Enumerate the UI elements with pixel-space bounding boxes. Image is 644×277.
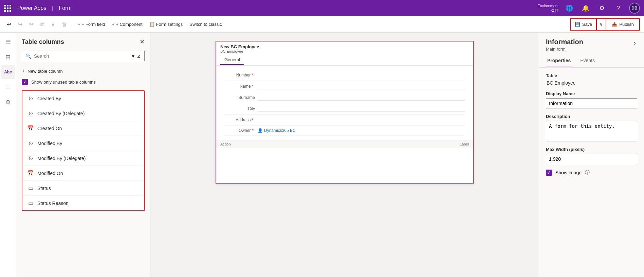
column-list: ⊙ Created By ⊙ Created By (Delegate) 📅 C… — [22, 90, 145, 211]
lookup-icon-3: ⊙ — [27, 140, 34, 146]
globe-icon[interactable]: 🌐 — [564, 3, 575, 14]
filter-funnel-icon: ⊿ — [137, 53, 141, 59]
column-item-created-by[interactable]: ⊙ Created By — [22, 91, 144, 106]
new-table-column-button[interactable]: + New table column — [22, 66, 145, 76]
field-row-surname: Surname — [224, 92, 465, 103]
save-icon: 💾 — [575, 22, 580, 27]
lookup-icon-2: ⊙ — [27, 110, 34, 117]
svg-rect-2 — [5, 88, 11, 88]
max-width-input[interactable] — [546, 154, 637, 164]
panel-header: Table columns ✕ — [22, 38, 145, 46]
save-button[interactable]: 💾 Save — [570, 18, 597, 31]
undo-icon: ↩ — [7, 21, 11, 28]
form-settings-button[interactable]: 📋 Form settings — [147, 18, 186, 31]
owner-person-icon: 👤 — [258, 128, 263, 133]
general-tab[interactable]: General — [220, 55, 244, 65]
add-form-field-button[interactable]: + + Form field — [75, 18, 108, 31]
max-width-label: Max Width (pixels) — [546, 147, 637, 152]
column-item-modified-on[interactable]: 📅 Modified On — [22, 166, 144, 181]
copy-icon: ⧉ — [40, 21, 44, 28]
form-fields-area: Number* Name* Surname City Address* — [216, 66, 473, 140]
publish-button[interactable]: 📤 Publish — [606, 18, 640, 31]
column-name-created-by-delegate: Created By (Delegate) — [37, 111, 85, 116]
description-label: Description — [546, 114, 637, 119]
column-item-modified-by[interactable]: ⊙ Modified By — [22, 136, 144, 151]
save-label: Save — [582, 22, 592, 27]
show-unused-label: Show only unused table columns — [31, 80, 96, 85]
cut-icon: ✂ — [29, 21, 34, 28]
column-name-status-reason: Status Reason — [37, 201, 69, 206]
avatar[interactable]: DB — [629, 3, 640, 14]
tab-properties[interactable]: Properties — [546, 54, 572, 67]
props-expand-button[interactable]: › — [632, 38, 637, 48]
column-name-created-on: Created On — [37, 126, 62, 131]
display-name-field-group: Display Name — [546, 91, 637, 108]
show-unused-row[interactable]: Show only unused table columns — [22, 79, 145, 85]
cut-button[interactable]: ✂ — [26, 18, 36, 31]
sidebar-hamburger-button[interactable]: ☰ — [1, 35, 15, 49]
description-textarea[interactable]: A form for this entity. — [546, 121, 637, 141]
column-item-status-reason[interactable]: ▭ Status Reason — [22, 196, 144, 210]
search-input[interactable] — [34, 53, 128, 59]
table-columns-panel: Table columns ✕ 🔍 ▼ ⊿ + New table column… — [16, 33, 150, 277]
save-dropdown-button[interactable]: ∨ — [597, 18, 606, 31]
copy-button[interactable]: ⧉ — [38, 18, 47, 31]
publish-label: Publish — [619, 22, 634, 27]
waffle-icon[interactable] — [4, 5, 11, 12]
field-row-owner: Owner* 👤 Dynamics365 BC — [224, 126, 465, 136]
notification-icon[interactable]: 🔔 — [580, 3, 591, 14]
undo-button[interactable]: ↩ — [4, 18, 14, 31]
canvas-area[interactable]: New BC Employee BC Employee General Numb… — [150, 33, 539, 277]
max-width-field-group: Max Width (pixels) — [546, 147, 637, 164]
form-preview: New BC Employee BC Employee General Numb… — [216, 41, 474, 184]
tab-events[interactable]: Events — [579, 54, 596, 67]
new-column-label: New table column — [27, 69, 62, 74]
table-value: BC Employee — [546, 80, 637, 86]
settings-icon[interactable]: ⚙ — [596, 3, 607, 14]
environment-info: Environment CIT — [537, 4, 558, 13]
show-unused-checkbox[interactable] — [22, 79, 28, 85]
sidebar-puzzle-button[interactable]: ⊕ — [1, 95, 15, 109]
publish-icon: 📤 — [612, 22, 617, 27]
save-dropdown-chevron-icon: ∨ — [600, 22, 603, 27]
help-icon[interactable]: ? — [613, 3, 624, 14]
search-box: 🔍 ▼ ⊿ — [22, 51, 145, 61]
redo-icon: ↪ — [18, 21, 22, 28]
add-form-field-label: + Form field — [82, 22, 105, 27]
add-component-button[interactable]: + + Component — [109, 18, 145, 31]
search-icon: 🔍 — [25, 53, 31, 59]
switch-to-classic-button[interactable]: Switch to classic — [187, 18, 224, 31]
filter-button[interactable]: ▼ ⊿ — [131, 53, 141, 59]
plus-icon: + — [22, 68, 25, 74]
table-label: Table — [546, 73, 637, 78]
top-nav-right: Environment CIT 🌐 🔔 ⚙ ? DB — [537, 3, 640, 14]
field-value-number — [258, 72, 465, 78]
column-name-status: Status — [37, 186, 51, 191]
chevron-button[interactable]: ∨ — [48, 18, 58, 31]
column-item-created-by-delegate[interactable]: ⊙ Created By (Delegate) — [22, 106, 144, 121]
form-settings-icon: 📋 — [149, 22, 155, 27]
command-bar: ↩ ↪ ✂ ⧉ ∨ 🗑 + + Form field + + Component… — [0, 16, 644, 33]
show-image-checkbox[interactable] — [546, 170, 552, 176]
panel-close-button[interactable]: ✕ — [140, 38, 145, 46]
props-subtitle: Main form — [546, 47, 583, 52]
delete-button[interactable]: 🗑 — [59, 18, 69, 31]
lookup-icon-4: ⊙ — [27, 155, 34, 161]
owner-name: Dynamics365 BC — [264, 128, 296, 133]
column-item-created-on[interactable]: 📅 Created On — [22, 121, 144, 136]
sidebar-layers-button[interactable] — [1, 80, 15, 94]
redo-button[interactable]: ↪ — [15, 18, 25, 31]
sidebar-home-button[interactable]: ⊞ — [1, 50, 15, 64]
chevron-icon: ∨ — [51, 21, 55, 28]
column-item-modified-by-delegate[interactable]: ⊙ Modified By (Delegate) — [22, 151, 144, 166]
show-image-info-icon[interactable]: ⓘ — [585, 170, 590, 176]
field-value-city — [258, 106, 465, 112]
column-name-modified-by-delegate: Modified By (Delegate) — [37, 156, 86, 161]
column-item-status[interactable]: ▭ Status — [22, 181, 144, 196]
sidebar-abc-button[interactable]: Abc — [1, 65, 15, 79]
main-layout: ☰ ⊞ Abc ⊕ Table columns ✕ 🔍 ▼ ⊿ + New ta… — [0, 33, 644, 277]
app-title: Power Apps | Form — [15, 5, 74, 11]
top-navigation: Power Apps | Form Environment CIT 🌐 🔔 ⚙ … — [0, 0, 644, 16]
display-name-input[interactable] — [546, 98, 637, 108]
plus-icon-2: + — [112, 22, 115, 27]
